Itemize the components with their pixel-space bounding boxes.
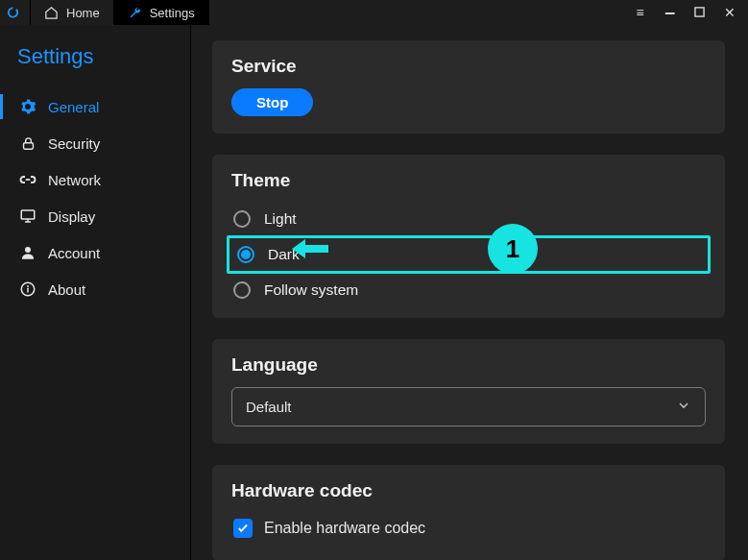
tab-home-label: Home bbox=[66, 6, 100, 20]
app-logo-icon bbox=[6, 6, 20, 20]
sidebar-item-label: About bbox=[48, 281, 85, 298]
sidebar: Settings General Security Network Displa… bbox=[0, 25, 191, 560]
theme-title: Theme bbox=[231, 170, 706, 191]
tab-home[interactable]: Home bbox=[31, 0, 114, 25]
tab-settings[interactable]: Settings bbox=[114, 0, 209, 25]
theme-option-dark[interactable]: Dark bbox=[235, 242, 702, 267]
theme-option-light[interactable]: Light bbox=[231, 203, 706, 235]
svg-rect-0 bbox=[695, 8, 704, 16]
link-icon bbox=[19, 171, 36, 188]
sidebar-item-about[interactable]: About bbox=[0, 271, 190, 307]
app-logo-tab bbox=[0, 0, 31, 25]
language-title: Language bbox=[231, 354, 706, 376]
theme-option-label: Follow system bbox=[264, 281, 358, 299]
theme-option-label: Dark bbox=[268, 246, 300, 263]
person-icon bbox=[19, 244, 36, 261]
sidebar-item-account[interactable]: Account bbox=[0, 234, 190, 271]
main-content: Service Stop Theme Light Dark Follow sys… bbox=[191, 25, 748, 560]
title-bar: Home Settings ≡ ‒ ✕ bbox=[0, 0, 748, 25]
theme-option-label: Light bbox=[264, 210, 297, 228]
sidebar-item-label: Account bbox=[48, 245, 100, 261]
svg-rect-2 bbox=[21, 210, 35, 219]
language-panel: Language Default bbox=[212, 339, 725, 444]
checkbox-checked-icon bbox=[233, 519, 253, 538]
sidebar-item-label: Display bbox=[48, 208, 95, 225]
monitor-icon bbox=[19, 207, 36, 225]
sidebar-item-display[interactable]: Display bbox=[0, 198, 190, 234]
menu-icon[interactable]: ≡ bbox=[633, 5, 647, 20]
chevron-down-icon bbox=[676, 398, 691, 416]
language-value: Default bbox=[246, 399, 292, 415]
radio-icon bbox=[237, 246, 254, 263]
language-select[interactable]: Default bbox=[231, 387, 706, 426]
tab-settings-label: Settings bbox=[150, 6, 195, 20]
lock-icon bbox=[19, 134, 36, 152]
radio-icon bbox=[233, 210, 251, 228]
enable-hardware-codec-checkbox[interactable]: Enable hardware codec bbox=[231, 513, 706, 544]
maximize-button[interactable] bbox=[692, 5, 707, 20]
service-title: Service bbox=[231, 56, 706, 77]
radio-icon bbox=[233, 281, 251, 299]
theme-option-follow-system[interactable]: Follow system bbox=[231, 274, 706, 306]
service-panel: Service Stop bbox=[212, 40, 725, 134]
svg-rect-1 bbox=[23, 142, 33, 148]
sidebar-item-label: Network bbox=[48, 172, 101, 188]
svg-point-5 bbox=[27, 285, 29, 287]
sidebar-item-general[interactable]: General bbox=[0, 88, 190, 125]
info-icon bbox=[19, 280, 36, 298]
stop-service-button[interactable]: Stop bbox=[231, 88, 313, 116]
annotation-highlight: Dark bbox=[227, 235, 711, 274]
sidebar-item-label: Security bbox=[48, 135, 100, 152]
sidebar-item-security[interactable]: Security bbox=[0, 125, 190, 161]
wrench-icon bbox=[128, 6, 142, 20]
hardware-codec-panel: Hardware codec Enable hardware codec bbox=[212, 465, 725, 560]
sidebar-item-network[interactable]: Network bbox=[0, 161, 190, 198]
close-button[interactable]: ✕ bbox=[722, 5, 736, 20]
home-icon bbox=[44, 6, 59, 20]
sidebar-title: Settings bbox=[0, 37, 190, 88]
gear-icon bbox=[19, 98, 36, 115]
hardware-codec-title: Hardware codec bbox=[231, 480, 706, 501]
minimize-button[interactable]: ‒ bbox=[663, 8, 677, 17]
theme-panel: Theme Light Dark Follow system bbox=[212, 155, 725, 318]
sidebar-item-label: General bbox=[48, 99, 99, 115]
svg-point-3 bbox=[25, 247, 31, 253]
checkbox-label: Enable hardware codec bbox=[264, 520, 425, 537]
